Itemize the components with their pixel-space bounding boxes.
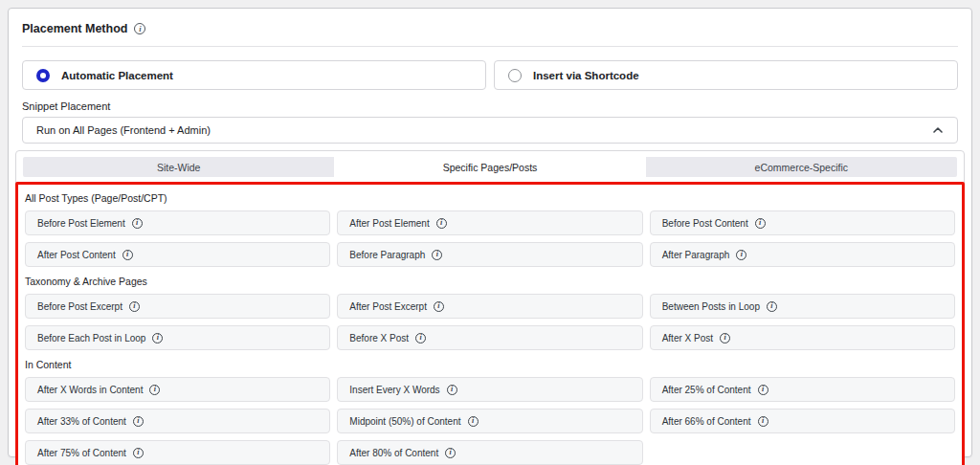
placement-grid: Before Post Excerpt After Post Excerpt B… (25, 294, 955, 350)
chevron-up-icon (932, 125, 944, 135)
radio-insert-via-shortcode[interactable]: Insert via Shortcode (494, 60, 958, 90)
placement-option-before-post-excerpt[interactable]: Before Post Excerpt (25, 294, 330, 319)
info-icon[interactable] (133, 448, 144, 458)
info-icon[interactable] (432, 250, 442, 260)
section-title: Taxonomy & Archive Pages (25, 276, 958, 287)
page-title: Placement Method (22, 22, 127, 35)
radio-label: Automatic Placement (61, 70, 173, 81)
placement-option-label: After 33% of Content (37, 416, 126, 427)
radio-unselected-icon[interactable] (508, 69, 522, 82)
placement-option-between-posts-in-loop[interactable]: Between Posts in Loop (650, 294, 955, 319)
info-icon[interactable] (720, 333, 730, 343)
placement-method-options: Automatic Placement Insert via Shortcode (22, 60, 958, 90)
placement-option-after-post-element[interactable]: After Post Element (337, 210, 642, 235)
info-icon[interactable] (468, 416, 479, 427)
placement-option-label: Before Post Content (662, 218, 748, 229)
placement-option-after-x-words-in-content[interactable]: After X Words in Content (25, 377, 330, 402)
placement-grid: After X Words in Content Insert Every X … (25, 377, 955, 465)
placement-option-label: After 66% of Content (662, 416, 751, 427)
info-icon[interactable] (133, 416, 144, 427)
placement-option-label: After X Post (662, 333, 713, 343)
info-icon[interactable] (434, 301, 444, 312)
info-icon[interactable] (415, 333, 426, 343)
highlighted-placement-options: All Post Types (Page/Post/CPT) Before Po… (15, 182, 965, 465)
placement-option-label: After Paragraph (662, 250, 730, 260)
info-icon[interactable] (132, 218, 143, 229)
placement-option-before-paragraph[interactable]: Before Paragraph (337, 242, 642, 267)
placement-option-label: Midpoint (50%) of Content (349, 416, 460, 427)
placement-option-midpoint-50-of-content[interactable]: Midpoint (50%) of Content (337, 409, 642, 433)
placement-option-label: Between Posts in Loop (662, 301, 760, 312)
section-title: All Post Types (Page/Post/CPT) (25, 192, 958, 204)
placement-option-after-x-post[interactable]: After X Post (650, 325, 955, 350)
radio-label: Insert via Shortcode (533, 70, 639, 81)
placement-option-after-25-of-content[interactable]: After 25% of Content (650, 377, 955, 402)
info-icon[interactable] (134, 23, 145, 34)
tab-bar: Site-Wide Specific Pages/Posts eCommerce… (23, 157, 957, 177)
info-icon[interactable] (736, 250, 746, 260)
placement-option-label: Before Post Element (37, 218, 125, 229)
placement-option-label: Before X Post (349, 333, 409, 343)
info-icon[interactable] (758, 385, 768, 395)
placement-option-after-33-of-content[interactable]: After 33% of Content (25, 409, 330, 433)
info-icon[interactable] (152, 333, 163, 343)
tab-specific-pages-posts[interactable]: Specific Pages/Posts (334, 157, 645, 177)
info-icon[interactable] (436, 218, 447, 229)
placement-option-before-post-content[interactable]: Before Post Content (650, 210, 955, 235)
placement-option-after-66-of-content[interactable]: After 66% of Content (650, 409, 955, 433)
info-icon[interactable] (755, 218, 766, 229)
placement-option-label: After Post Element (349, 218, 429, 229)
info-icon[interactable] (447, 385, 457, 395)
placement-option-label: Before Each Post in Loop (37, 333, 145, 343)
info-icon[interactable] (767, 301, 777, 312)
placement-option-after-75-of-content[interactable]: After 75% of Content (25, 440, 330, 465)
section-all-post-types: All Post Types (Page/Post/CPT) Before Po… (22, 192, 958, 267)
placement-grid: Before Post Element After Post Element B… (25, 210, 955, 267)
placement-option-before-post-element[interactable]: Before Post Element (25, 210, 330, 235)
snippet-placement-label: Snippet Placement (22, 100, 958, 112)
placement-option-after-post-excerpt[interactable]: After Post Excerpt (337, 294, 642, 319)
placement-option-label: Before Post Excerpt (37, 301, 122, 312)
placement-tabs-panel: Site-Wide Specific Pages/Posts eCommerce… (15, 150, 965, 465)
placement-option-label: After 25% of Content (662, 385, 751, 395)
info-icon[interactable] (445, 448, 456, 458)
placement-option-label: After 75% of Content (37, 448, 126, 458)
placement-option-before-x-post[interactable]: Before X Post (337, 325, 642, 350)
section-taxonomy-archive: Taxonomy & Archive Pages Before Post Exc… (22, 276, 958, 350)
placement-option-label: After X Words in Content (37, 385, 143, 395)
placement-option-label: After Post Content (37, 250, 116, 260)
placement-option-after-post-content[interactable]: After Post Content (25, 242, 330, 267)
tab-site-wide[interactable]: Site-Wide (23, 157, 334, 177)
select-value: Run on All Pages (Frontend + Admin) (36, 124, 211, 136)
section-title: In Content (25, 359, 958, 370)
snippet-placement-select[interactable]: Run on All Pages (Frontend + Admin) (22, 117, 958, 144)
placement-option-insert-every-x-words[interactable]: Insert Every X Words (337, 377, 642, 402)
info-icon[interactable] (129, 301, 140, 312)
radio-selected-icon[interactable] (36, 69, 50, 82)
section-in-content: In Content After X Words in Content Inse… (22, 359, 958, 465)
placement-method-card: Placement Method Automatic Placement Ins… (8, 8, 972, 457)
placement-option-after-paragraph[interactable]: After Paragraph (650, 242, 955, 267)
placement-option-before-each-post-in-loop[interactable]: Before Each Post in Loop (25, 325, 330, 350)
radio-automatic-placement[interactable]: Automatic Placement (22, 60, 486, 90)
placement-option-label: After Post Excerpt (349, 301, 427, 312)
info-icon[interactable] (122, 250, 133, 260)
divider (22, 46, 958, 47)
info-icon[interactable] (149, 385, 160, 395)
placement-option-label: Insert Every X Words (349, 385, 439, 395)
placement-option-label: After 80% of Content (349, 448, 438, 458)
info-icon[interactable] (758, 416, 768, 427)
card-title-row: Placement Method (22, 20, 958, 37)
placement-option-label: Before Paragraph (349, 250, 425, 260)
tab-ecommerce-specific[interactable]: eCommerce-Specific (646, 157, 957, 177)
placement-option-after-80-of-content[interactable]: After 80% of Content (337, 440, 642, 465)
